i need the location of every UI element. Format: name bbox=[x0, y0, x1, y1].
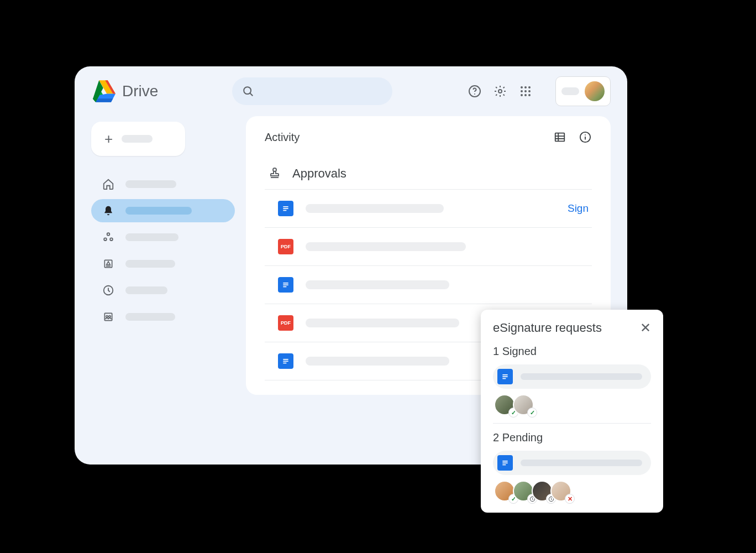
doc-file-icon bbox=[497, 369, 513, 384]
doc-file-icon bbox=[278, 277, 293, 293]
recent-icon bbox=[102, 284, 114, 296]
svg-point-30 bbox=[273, 168, 276, 171]
nav-label-placeholder bbox=[125, 286, 167, 294]
stamp-icon bbox=[268, 166, 281, 181]
info-icon[interactable] bbox=[579, 131, 592, 144]
nav-label-placeholder bbox=[125, 180, 176, 188]
popup-header: eSignature requests ✕ bbox=[493, 321, 651, 335]
file-name-placeholder bbox=[306, 280, 449, 289]
signer-avatar[interactable]: ✓ bbox=[513, 394, 535, 416]
svg-point-7 bbox=[528, 86, 531, 88]
bell-icon bbox=[102, 205, 114, 217]
approval-row[interactable] bbox=[265, 266, 592, 304]
cross-badge-icon: ✕ bbox=[565, 494, 575, 504]
shared-icon bbox=[102, 231, 114, 243]
doc-file-icon bbox=[278, 201, 293, 216]
svg-point-12 bbox=[524, 94, 527, 96]
svg-point-11 bbox=[521, 94, 523, 96]
drive-logo[interactable]: Drive bbox=[91, 80, 158, 102]
svg-point-8 bbox=[521, 90, 523, 92]
check-badge-icon: ✓ bbox=[527, 408, 537, 418]
avatar-row: ✓✕ bbox=[494, 481, 651, 503]
account-switcher[interactable] bbox=[555, 76, 611, 106]
popup-section: 1 Signed✓✓ bbox=[493, 345, 651, 424]
file-name-placeholder bbox=[306, 357, 449, 366]
svg-point-5 bbox=[521, 86, 523, 88]
svg-rect-44 bbox=[502, 461, 507, 462]
svg-rect-33 bbox=[283, 208, 288, 209]
view-controls bbox=[553, 131, 592, 144]
svg-rect-40 bbox=[283, 363, 286, 364]
main-header: Activity bbox=[265, 131, 592, 144]
drive-icon bbox=[91, 80, 116, 102]
svg-point-3 bbox=[474, 93, 475, 95]
svg-point-6 bbox=[524, 86, 527, 88]
svg-point-15 bbox=[104, 238, 107, 241]
new-button[interactable]: + bbox=[91, 122, 185, 156]
svg-rect-37 bbox=[283, 286, 286, 288]
pdf-file-icon: PDF bbox=[278, 239, 293, 254]
svg-rect-46 bbox=[502, 465, 506, 466]
storage-icon bbox=[102, 258, 114, 270]
popup-file-row[interactable] bbox=[493, 451, 651, 475]
file-name-placeholder bbox=[521, 373, 642, 380]
popup-section-title: 1 Signed bbox=[493, 345, 651, 358]
sidebar-item-home[interactable] bbox=[91, 173, 235, 196]
svg-rect-23 bbox=[555, 133, 565, 142]
svg-point-16 bbox=[110, 238, 113, 241]
svg-rect-45 bbox=[502, 462, 507, 463]
avatar-row: ✓✓ bbox=[494, 394, 651, 416]
svg-point-9 bbox=[524, 90, 527, 92]
sidebar-item-storage[interactable] bbox=[91, 252, 235, 275]
svg-line-1 bbox=[250, 93, 253, 96]
close-icon[interactable]: ✕ bbox=[640, 321, 651, 335]
gear-icon[interactable] bbox=[494, 85, 507, 98]
help-icon[interactable] bbox=[468, 85, 481, 98]
nav-label-placeholder bbox=[125, 233, 179, 241]
home-icon bbox=[102, 178, 114, 190]
svg-point-13 bbox=[528, 94, 531, 96]
sidebar-item-recent[interactable] bbox=[91, 279, 235, 302]
sidebar-item-shared[interactable] bbox=[91, 226, 235, 249]
header: Drive bbox=[75, 66, 627, 116]
search-icon bbox=[242, 85, 254, 97]
svg-point-10 bbox=[528, 90, 531, 92]
sidebar: + bbox=[91, 116, 235, 395]
popup-title: eSignature requests bbox=[493, 321, 602, 335]
new-label-placeholder bbox=[122, 135, 153, 143]
svg-rect-39 bbox=[283, 361, 288, 362]
apps-icon[interactable] bbox=[519, 85, 532, 98]
file-name-placeholder bbox=[306, 204, 444, 213]
svg-rect-34 bbox=[283, 210, 286, 211]
approval-row[interactable]: Sign bbox=[265, 190, 592, 228]
section-title: Approvals bbox=[292, 166, 347, 181]
svg-rect-32 bbox=[283, 206, 288, 207]
sign-action[interactable]: Sign bbox=[568, 202, 589, 215]
svg-rect-38 bbox=[283, 359, 288, 360]
list-view-icon[interactable] bbox=[553, 131, 566, 144]
file-name-placeholder bbox=[306, 319, 459, 327]
svg-point-29 bbox=[585, 134, 586, 135]
file-name-placeholder bbox=[306, 242, 466, 251]
user-avatar bbox=[585, 81, 605, 101]
nav-label-placeholder bbox=[125, 207, 192, 215]
signer-avatar[interactable]: ✕ bbox=[550, 481, 573, 503]
approval-row[interactable]: PDF bbox=[265, 228, 592, 266]
search-box[interactable] bbox=[232, 77, 392, 105]
popup-section-title: 2 Pending bbox=[493, 431, 651, 444]
people-icon bbox=[102, 311, 114, 323]
svg-point-22 bbox=[109, 316, 111, 317]
doc-file-icon bbox=[278, 353, 293, 369]
svg-point-14 bbox=[107, 233, 110, 236]
header-icons bbox=[468, 76, 611, 106]
sidebar-item-bell[interactable] bbox=[91, 199, 235, 222]
pdf-file-icon: PDF bbox=[278, 315, 293, 331]
popup-file-row[interactable] bbox=[493, 364, 651, 389]
nav-label-placeholder bbox=[125, 260, 175, 268]
doc-file-icon bbox=[497, 455, 513, 471]
plus-icon: + bbox=[104, 132, 113, 146]
svg-point-0 bbox=[244, 87, 251, 94]
sidebar-item-people[interactable] bbox=[91, 305, 235, 328]
popup-section: 2 Pending✓✕ bbox=[493, 431, 651, 503]
page-title: Activity bbox=[265, 131, 300, 144]
